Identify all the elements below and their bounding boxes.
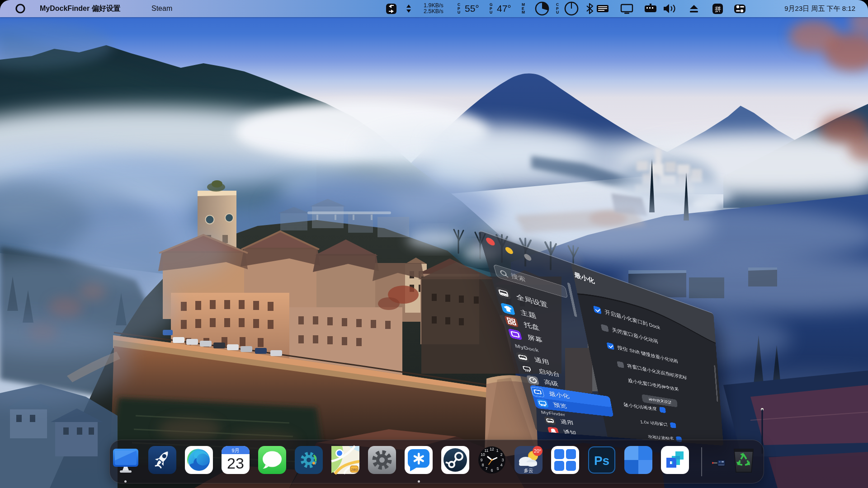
svg-text:4: 4 — [500, 463, 503, 467]
svg-text:3: 3 — [502, 458, 504, 462]
svg-text:1: 1 — [496, 448, 499, 453]
svg-text:拼: 拼 — [715, 5, 721, 13]
svg-text:6: 6 — [491, 468, 493, 473]
svg-text:9: 9 — [481, 458, 483, 462]
svg-text:Ps: Ps — [594, 454, 609, 468]
svg-text:5: 5 — [497, 466, 499, 471]
svg-text:23: 23 — [227, 455, 244, 472]
svg-text:7: 7 — [486, 466, 488, 471]
svg-text:12: 12 — [490, 447, 494, 451]
svg-text:8: 8 — [482, 463, 484, 467]
svg-text:280: 280 — [351, 468, 358, 472]
svg-text:2: 2 — [500, 452, 503, 457]
svg-text:9月: 9月 — [231, 448, 239, 453]
svg-text:10: 10 — [481, 452, 485, 457]
svg-text:11: 11 — [485, 448, 489, 453]
svg-text:多云: 多云 — [524, 468, 533, 473]
svg-text:20°: 20° — [534, 448, 541, 454]
